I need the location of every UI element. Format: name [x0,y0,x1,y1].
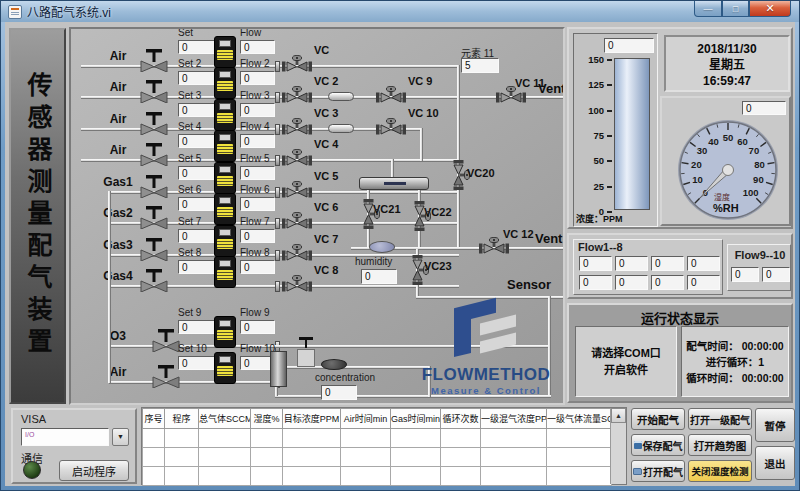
app-window: 八路配气系统.vi — □ ✕ 传感器测量配气装置 AirSet0Flow0VC… [0,0,800,491]
table-cell[interactable] [341,448,391,467]
comm-led [23,461,41,479]
element11-input[interactable]: 5 [461,58,499,73]
row-3-set-input[interactable]: 0 [178,103,215,117]
row-2-extra-vc-valve[interactable] [376,86,406,110]
row-7-manual-valve[interactable] [139,237,169,261]
loop-valve-handle [305,339,307,348]
table-cell[interactable] [441,448,481,467]
table-cell[interactable] [283,467,341,486]
table-scrollbar[interactable]: ▲ [610,408,626,484]
save-gas-button[interactable]: 保存配气 [631,434,685,456]
table-cell[interactable] [283,448,341,467]
tank-tick-mark [607,160,612,162]
table-cell[interactable] [341,429,391,448]
row-9-set-input[interactable]: 0 [178,320,215,334]
vent-top-label: Vent [538,81,565,96]
row-3-vc-valve[interactable] [282,118,312,142]
vc11-valve[interactable] [496,86,526,110]
row-2-manual-valve[interactable] [139,79,169,103]
visa-dropdown-button[interactable]: ▼ [112,428,129,446]
table-cell[interactable] [391,467,441,486]
row4-chamber-drop [391,159,394,179]
row-7-vc-valve[interactable] [282,244,312,268]
row-6-set-input[interactable]: 0 [178,197,215,211]
table-cell[interactable] [441,429,481,448]
row-3-extra-vc-valve[interactable] [376,118,406,142]
start-gas-button[interactable]: 开始配气 [631,408,685,430]
table-cell[interactable] [547,467,612,486]
maximize-button[interactable]: □ [722,1,749,17]
table-cell[interactable] [143,448,165,467]
open-gas-button[interactable]: 打开配气 [631,460,685,482]
pause-button[interactable]: 暂停 [755,408,795,442]
open-trend-button[interactable]: 打开趋势图 [688,434,752,456]
close-humidity-button[interactable]: 关闭湿度检测 [688,460,752,482]
table-cell[interactable] [391,448,441,467]
table-cell[interactable] [251,448,283,467]
row-5-manual-valve[interactable] [139,174,169,198]
row-7-set-input[interactable]: 0 [178,229,215,243]
open-gas-label: 打开配气 [643,464,683,479]
table-cell[interactable] [251,429,283,448]
row-8-vc-valve[interactable] [282,275,312,299]
vc12-label: VC 12 [503,228,534,240]
table-cell[interactable] [199,448,251,467]
table-header-3: 总气体SCCM [199,409,251,429]
row-4-set-label: Set 4 [178,121,201,132]
row-8-vc-label: VC 8 [314,264,338,276]
title-bar[interactable]: 八路配气系统.vi [1,1,799,22]
row-4-set-input[interactable]: 0 [178,134,215,148]
close-button[interactable]: ✕ [749,1,791,17]
table-cell[interactable] [547,429,612,448]
row-4-manual-valve[interactable] [139,142,169,166]
table-cell[interactable] [481,448,547,467]
table-cell[interactable] [251,467,283,486]
table-cell[interactable] [481,467,547,486]
clock-day: 星期五 [666,57,788,73]
front-panel: 传感器测量配气装置 AirSet0Flow0VCAirSet 20Flow 20… [5,22,795,486]
row-1-vc-valve[interactable] [282,55,312,79]
table-cell[interactable] [341,467,391,486]
table-cell[interactable] [165,429,199,448]
table-cell[interactable] [547,448,612,467]
row-1-set-input[interactable]: 0 [178,40,215,54]
table-cell[interactable] [199,429,251,448]
loop-valve[interactable] [297,349,315,367]
table-cell[interactable] [481,429,547,448]
table-cell[interactable] [441,467,481,486]
flow910-group: Flow9--10 00 [727,244,791,291]
row-4-vc-valve[interactable] [282,149,312,173]
table-cell[interactable] [143,467,165,486]
vc12-valve[interactable] [479,237,509,261]
table-cell[interactable] [143,429,165,448]
row-6-manual-valve[interactable] [139,205,169,229]
start-program-button[interactable]: 启动程序 [59,460,129,481]
row-3-manual-valve[interactable] [139,111,169,135]
row-8-flow-label: Flow 8 [240,247,269,258]
row-8-set-label: Set 8 [178,247,201,258]
row-10-set-input[interactable]: 0 [178,356,215,370]
exit-button[interactable]: 退出 [755,446,795,480]
logo-title: FLOWMETHOD [411,365,561,385]
row-1-manual-valve[interactable] [139,48,169,72]
table-cell[interactable] [391,429,441,448]
visa-resource-combo[interactable]: I/O [21,428,109,446]
row-9-manual-valve[interactable] [151,328,181,352]
row-8-set-input[interactable]: 0 [178,260,215,274]
row-6-vc-valve[interactable] [282,212,312,236]
table-cell[interactable] [283,429,341,448]
table-cell[interactable] [165,467,199,486]
row-5-set-input[interactable]: 0 [178,166,215,180]
open-primary-gas-button[interactable]: 打开一级配气 [688,408,752,430]
scroll-up-arrow[interactable]: ▲ [611,408,626,423]
table-cell[interactable] [165,448,199,467]
row-8-manual-valve[interactable] [139,268,169,292]
status-message-line: 开启软件 [604,362,648,379]
row-5-vc-valve[interactable] [282,181,312,205]
row-2-vc-valve[interactable] [282,86,312,110]
minimize-button[interactable]: — [694,1,722,17]
tank-unit: 浓度：PPM [576,212,646,225]
table-cell[interactable] [199,467,251,486]
row-10-manual-valve[interactable] [151,364,181,388]
row-2-set-input[interactable]: 0 [178,71,215,85]
